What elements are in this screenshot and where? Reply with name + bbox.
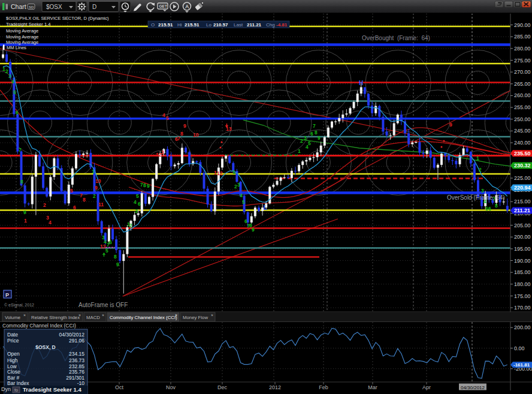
svg-text:Moving Average: Moving Average xyxy=(6,34,38,40)
svg-text:2: 2 xyxy=(93,193,96,199)
svg-text:236.73: 236.73 xyxy=(69,357,84,363)
svg-text:8: 8 xyxy=(20,179,23,185)
svg-text:OverSold (Frame: 64): OverSold (Frame: 64) xyxy=(447,194,505,201)
svg-text:P: P xyxy=(5,292,9,298)
svg-text:Open: Open xyxy=(7,351,20,357)
svg-text:3: 3 xyxy=(237,182,240,188)
svg-text:×: × xyxy=(78,313,81,317)
svg-text:×: × xyxy=(211,313,213,317)
svg-text:×: × xyxy=(23,313,26,317)
svg-text:9: 9 xyxy=(95,185,98,191)
svg-text:6: 6 xyxy=(138,201,141,207)
svg-text:Volume: Volume xyxy=(5,315,20,320)
svg-text:5: 5 xyxy=(70,188,73,194)
svg-text:7: 7 xyxy=(19,147,22,153)
svg-text:Mar: Mar xyxy=(368,384,377,390)
svg-text:1: 1 xyxy=(298,148,301,154)
svg-text:-10: -10 xyxy=(77,380,85,386)
svg-text:291.06: 291.06 xyxy=(69,338,84,344)
svg-text:-161.81: -161.81 xyxy=(513,362,530,368)
svg-text:Chart: Chart xyxy=(11,3,26,10)
svg-text:MACD: MACD xyxy=(86,315,100,320)
svg-text:235.76: 235.76 xyxy=(69,369,84,375)
svg-text:© eSignal, 2012: © eSignal, 2012 xyxy=(4,303,34,308)
svg-text:D: D xyxy=(92,4,96,10)
svg-text:Price: Price xyxy=(7,338,19,344)
svg-text:211.21: 211.21 xyxy=(247,22,262,28)
svg-text:AutoFrame is OFF: AutoFrame is OFF xyxy=(78,302,128,308)
svg-text:5: 5 xyxy=(136,193,139,199)
svg-text:9: 9 xyxy=(116,261,119,267)
svg-text:5: 5 xyxy=(13,89,16,95)
svg-text:1: 1 xyxy=(24,218,27,224)
svg-text:Commodity Channel Index (CCI): Commodity Channel Index (CCI) xyxy=(110,315,177,320)
svg-text:175.00: 175.00 xyxy=(514,293,531,299)
svg-text:9: 9 xyxy=(318,135,321,141)
svg-text:255.00: 255.00 xyxy=(514,104,531,110)
svg-text:Dyn: Dyn xyxy=(1,386,11,392)
svg-text:Tradesight Seeker 1.4: Tradesight Seeker 1.4 xyxy=(6,22,50,27)
svg-text:Bar Index: Bar Index xyxy=(7,380,29,386)
svg-text:Close: Close xyxy=(7,369,20,375)
svg-text:215.51: 215.51 xyxy=(185,22,200,28)
svg-text:6: 6 xyxy=(488,206,491,212)
svg-text:9: 9 xyxy=(183,123,186,129)
svg-text:8: 8 xyxy=(495,203,498,209)
svg-text:6: 6 xyxy=(109,239,112,245)
svg-text:8: 8 xyxy=(114,254,117,260)
svg-text:OverBought (Frame: 64): OverBought (Frame: 64) xyxy=(362,35,430,41)
svg-text:7: 7 xyxy=(107,242,110,248)
svg-text:MM Lines: MM Lines xyxy=(7,45,26,50)
svg-text:Apr: Apr xyxy=(422,384,431,390)
svg-text:Money Flow: Money Flow xyxy=(183,315,208,320)
svg-text:Moving Average: Moving Average xyxy=(6,40,38,45)
svg-text:Relative Strength Index: Relative Strength Index xyxy=(31,315,80,320)
svg-text:High: High xyxy=(7,357,18,363)
svg-text:245.00: 245.00 xyxy=(514,128,531,134)
svg-text:2: 2 xyxy=(300,138,303,144)
svg-text:265.00: 265.00 xyxy=(514,81,531,87)
svg-text:6: 6 xyxy=(16,110,19,116)
svg-text:1: 1 xyxy=(232,169,235,175)
svg-text:225.00: 225.00 xyxy=(514,175,531,181)
svg-text:Oct: Oct xyxy=(115,384,124,390)
svg-text:Lo: Lo xyxy=(206,22,211,28)
svg-text:9: 9 xyxy=(23,209,26,215)
svg-text:10: 10 xyxy=(193,132,199,138)
svg-text:200.00: 200.00 xyxy=(514,234,531,240)
svg-text:Tradesight Seeker 1.4: Tradesight Seeker 1.4 xyxy=(23,386,81,393)
svg-text:5: 5 xyxy=(166,115,169,121)
svg-text:8: 8 xyxy=(83,197,86,203)
svg-text:8: 8 xyxy=(143,182,146,188)
svg-text:Date: Date xyxy=(7,332,18,338)
svg-text:L: L xyxy=(264,204,267,211)
svg-text:211.21: 211.21 xyxy=(514,207,530,213)
svg-text:12: 12 xyxy=(100,243,106,249)
svg-text:5: 5 xyxy=(308,140,311,146)
svg-text:$OSX,PHLX OIL SERVICE SECTOR,: $OSX,PHLX OIL SERVICE SECTOR, D (Dynamic… xyxy=(6,16,109,21)
svg-text:5: 5 xyxy=(242,199,245,205)
svg-text:195.00: 195.00 xyxy=(514,246,531,252)
svg-text:215.51: 215.51 xyxy=(158,22,173,28)
svg-text:7: 7 xyxy=(313,123,316,129)
svg-text:220.94: 220.94 xyxy=(514,185,531,191)
svg-text:Nov: Nov xyxy=(166,384,176,390)
svg-text:-4.81: -4.81 xyxy=(276,22,288,28)
svg-text:280.00: 280.00 xyxy=(514,46,531,52)
svg-text:205.00: 205.00 xyxy=(514,222,531,228)
svg-text:4: 4 xyxy=(11,79,14,85)
svg-text:6: 6 xyxy=(73,204,76,210)
svg-text:2: 2 xyxy=(43,202,46,208)
svg-text:$OSX: $OSX xyxy=(46,4,62,10)
svg-text:×: × xyxy=(102,313,104,317)
svg-text:250.00: 250.00 xyxy=(514,116,531,122)
svg-text:12: 12 xyxy=(217,170,223,176)
svg-text:Last: Last xyxy=(234,22,243,28)
svg-text:2: 2 xyxy=(479,167,482,173)
svg-text:SD: SD xyxy=(29,5,34,9)
svg-text:260.00: 260.00 xyxy=(514,92,531,98)
svg-text:3: 3 xyxy=(135,208,138,214)
svg-text:Hi: Hi xyxy=(177,22,182,28)
svg-text:210.57: 210.57 xyxy=(213,22,228,28)
svg-text:6: 6 xyxy=(310,131,313,137)
